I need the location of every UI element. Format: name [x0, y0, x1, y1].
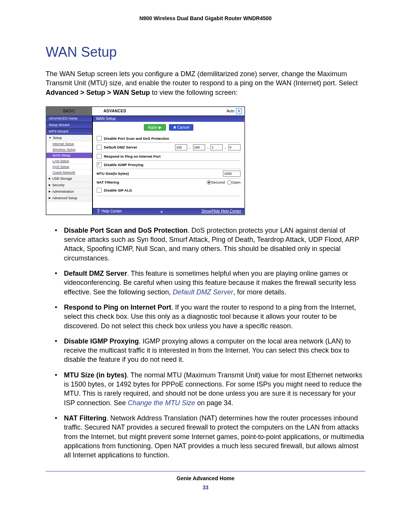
label-nat-open: Open	[232, 180, 241, 184]
checkbox-respond-ping[interactable]	[97, 154, 102, 159]
bullet-respond-ping: Respond to Ping on Internet Port. If you…	[55, 303, 365, 331]
row-respond-ping: Respond to Ping on Internet Port	[97, 152, 241, 160]
row-default-dmz: Default DMZ Server . . .	[97, 142, 241, 152]
checkbox-disable-portscan[interactable]	[97, 136, 102, 141]
footer: Genie Advanced Home 33	[46, 475, 365, 490]
bullet-mtu: MTU Size (in bytes). The normal MTU (Max…	[55, 371, 365, 407]
nav-section-setup-label: Setup	[53, 136, 62, 140]
intro-path: Advanced > Setup > WAN Setup	[46, 89, 150, 96]
footer-section-label: Genie Advanced Home	[46, 475, 365, 481]
label-disable-portscan: Disable Port Scan and DoS Protection	[104, 136, 241, 141]
nav-section-usb[interactable]: USB Storage	[46, 176, 92, 182]
nav-section-setup[interactable]: Setup	[46, 135, 92, 141]
label-disable-igmp: Disable IGMP Proxying	[104, 163, 241, 167]
nav-setup-wizard[interactable]: Setup Wizard	[46, 122, 92, 128]
nav-section-admin[interactable]: Administration	[46, 189, 92, 195]
action-bar: Apply ▶ ✖ Cancel	[93, 122, 244, 134]
form: Disable Port Scan and DoS Protection Def…	[93, 134, 244, 208]
label-respond-ping: Respond to Ping on Internet Port	[104, 154, 241, 158]
doc-header: N900 Wireless Dual Band Gigabit Router W…	[46, 15, 365, 21]
b2-link[interactable]: Default DMZ Server	[173, 288, 233, 296]
page-title: WAN Setup	[46, 44, 365, 60]
label-mtu: MTU Size(in bytes)	[97, 171, 221, 176]
row-disable-igmp: Disable IGMP Proxying	[97, 160, 241, 169]
b2-head: Default DMZ Server	[64, 270, 127, 277]
help-expand-icon[interactable]: ▲	[122, 209, 201, 213]
bullet-default-dmz: Default DMZ Server. This feature is some…	[55, 269, 365, 297]
label-disable-sip: Disable SIP ALG	[104, 188, 132, 192]
dmz-ip-2[interactable]	[193, 144, 205, 150]
nav-security-label: Security	[52, 183, 65, 187]
b6-body: . Network Address Translation (NAT) dete…	[64, 414, 364, 459]
intro-text-c: to view the following screen:	[150, 89, 237, 96]
nav-usb-label: USB Storage	[52, 177, 72, 181]
sidebar: ADVANCED Home Setup Wizard WPS Wizard Se…	[46, 115, 92, 214]
nav-adv-setup-label: Advanced Setup	[52, 196, 77, 200]
row-nat: NAT Filtering Secured Open Disable SIP A…	[97, 178, 241, 196]
row-disable-portscan: Disable Port Scan and DoS Protection	[97, 134, 241, 142]
nav-advanced-home[interactable]: ADVANCED Home	[46, 115, 92, 122]
bullet-list: Disable Port Scan and DoS Protection. Do…	[46, 226, 365, 460]
help-bar: ❔ Help Center ▲ Show/Hide Help Center	[93, 208, 244, 214]
radio-nat-secured[interactable]	[207, 180, 211, 185]
b4-head: Disable IGMP Proxying	[64, 337, 139, 345]
b5-link[interactable]: Change the MTU Size	[128, 399, 195, 407]
mtu-input[interactable]	[223, 171, 241, 177]
cancel-button[interactable]: ✖ Cancel	[169, 124, 193, 131]
tab-advanced[interactable]: ADVANCED	[92, 107, 138, 115]
bullet-nat: NAT Filtering. Network Address Translati…	[55, 414, 365, 460]
nav-section-security[interactable]: Security	[46, 182, 92, 189]
b5-head: MTU Size (in bytes)	[64, 371, 127, 379]
b1-head: Disable Port Scan and DoS Protection	[64, 227, 188, 234]
apply-button[interactable]: Apply ▶	[144, 124, 166, 131]
nav-section-adv-setup[interactable]: Advanced Setup	[46, 195, 92, 201]
help-center-button[interactable]: ❔ Help Center	[96, 209, 122, 213]
auto-dropdown-icon[interactable]: ▾	[236, 108, 242, 114]
row-disable-sip: Disable SIP ALG	[97, 187, 241, 194]
radio-nat-open[interactable]	[227, 180, 232, 185]
document-page: N900 Wireless Dual Band Gigabit Router W…	[0, 0, 411, 532]
row-mtu: MTU Size(in bytes)	[97, 169, 241, 178]
nav-guest-network[interactable]: Guest Network	[46, 170, 92, 176]
label-nat-secured: Secured	[211, 180, 225, 184]
bullet-disable-igmp: Disable IGMP Proxying. IGMP proxying all…	[55, 337, 365, 364]
checkbox-default-dmz[interactable]	[97, 145, 102, 150]
b6-head: NAT Filtering	[64, 414, 107, 422]
intro-text-a: The WAN Setup screen lets you configure …	[46, 70, 358, 87]
dmz-ip-1[interactable]	[175, 144, 187, 150]
b3-head: Respond to Ping on Internet Port	[64, 304, 171, 311]
checkbox-disable-sip[interactable]	[97, 188, 102, 193]
footer-page-number: 33	[46, 484, 365, 490]
b5-body2: on page 34.	[195, 399, 233, 407]
tab-strip: BASIC ADVANCED Auto ▾	[46, 107, 244, 115]
dmz-ip-4[interactable]	[228, 144, 241, 150]
label-default-dmz: Default DMZ Server	[104, 145, 173, 149]
main-panel: WAN Setup Apply ▶ ✖ Cancel Disable Port …	[92, 115, 244, 214]
b2-body2: , for more details.	[233, 288, 286, 296]
label-nat: NAT Filtering	[97, 180, 204, 184]
nav-wps-wizard[interactable]: WPS Wizard	[46, 128, 92, 135]
checkbox-disable-igmp[interactable]	[97, 162, 102, 167]
tab-spacer	[138, 107, 226, 115]
nav-qos-setup[interactable]: QoS Setup	[46, 164, 92, 170]
intro-paragraph: The WAN Setup screen lets you configure …	[46, 69, 365, 97]
nav-wireless-setup[interactable]: Wireless Setup	[46, 147, 92, 153]
help-toggle-link[interactable]: Show/Hide Help Center	[202, 209, 242, 213]
screenshot-body: ADVANCED Home Setup Wizard WPS Wizard Se…	[46, 115, 244, 214]
nav-internet-setup[interactable]: Internet Setup	[46, 141, 92, 147]
tab-basic[interactable]: BASIC	[46, 107, 92, 115]
router-screenshot: BASIC ADVANCED Auto ▾ ADVANCED Home Setu…	[46, 106, 245, 215]
footer-rule	[46, 471, 365, 471]
auto-label: Auto	[226, 109, 234, 113]
panel-header: WAN Setup	[93, 115, 244, 122]
nav-admin-label: Administration	[52, 190, 74, 193]
nav-lan-setup[interactable]: LAN Setup	[46, 158, 92, 164]
nav-wan-setup[interactable]: WAN Setup	[46, 153, 92, 158]
bullet-disable-portscan: Disable Port Scan and DoS Protection. Do…	[55, 226, 365, 263]
auto-refresh: Auto ▾	[226, 107, 244, 115]
dmz-ip-3[interactable]	[210, 144, 223, 150]
